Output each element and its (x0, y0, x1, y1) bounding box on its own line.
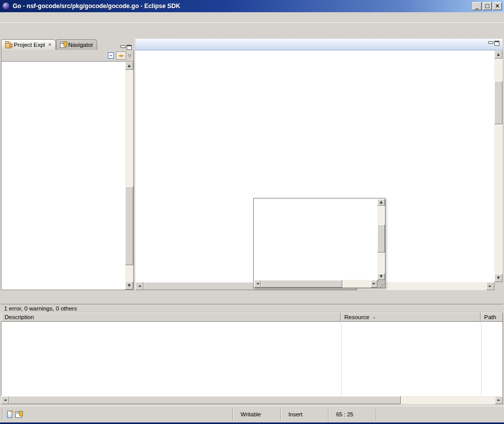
eclipse-window: Go - nsf-gocode/src/pkg/gocode/gocode.go… (0, 0, 504, 424)
column-label: Path (484, 314, 496, 320)
cursor-position: 65 : 25 (329, 411, 376, 417)
scroll-down-icon[interactable]: ▼ (377, 273, 385, 280)
bottom-tab-strip (1, 293, 503, 304)
tab-label: Project Expl (14, 42, 45, 48)
maximize-view-icon[interactable] (494, 41, 499, 46)
problems-summary: 1 error, 0 warnings, 0 others (1, 304, 503, 313)
problems-panel: 1 error, 0 warnings, 0 others Descriptio… (1, 293, 503, 405)
editor-tab-strip (135, 39, 502, 50)
scroll-left-icon[interactable]: ◄ (135, 282, 143, 290)
column-divider (481, 322, 482, 396)
fast-view-icon[interactable] (7, 411, 12, 418)
project-tree[interactable] (2, 62, 125, 290)
scroll-right-icon[interactable]: ► (486, 282, 494, 290)
editor-presentation-icon[interactable] (15, 411, 22, 418)
popup-vscrollbar[interactable]: ▲ ▼ (377, 199, 385, 280)
eclipse-logo-icon (2, 2, 10, 10)
minimize-view-icon[interactable] (488, 41, 493, 46)
tree-scrollbar[interactable]: ▲ ▼ (125, 62, 133, 290)
scroll-thumb[interactable] (125, 186, 133, 265)
column-description[interactable]: Description (1, 313, 341, 322)
menu-bar (0, 12, 504, 22)
scroll-thumb[interactable] (261, 280, 342, 288)
editor-vscrollbar[interactable]: ▲ ▼ (494, 50, 502, 282)
project-explorer-icon (5, 43, 12, 48)
window-title: Go - nsf-gocode/src/pkg/gocode/gocode.go… (13, 3, 471, 10)
column-resource[interactable]: Resource ▲ (341, 313, 481, 322)
scroll-up-icon[interactable]: ▲ (125, 62, 133, 70)
tab-label: Navigator (68, 42, 93, 48)
scroll-up-icon[interactable]: ▲ (494, 50, 502, 59)
close-button[interactable]: × (493, 2, 502, 10)
scroll-left-icon[interactable]: ◄ (254, 280, 261, 288)
status-bar: Writable Insert 65 : 25 (0, 406, 504, 422)
editor-view-controls (488, 41, 501, 46)
scroll-right-icon[interactable]: ► (495, 396, 503, 404)
column-label: Description (5, 314, 34, 320)
scroll-up-icon[interactable]: ▲ (377, 199, 385, 206)
scroll-thumb[interactable] (9, 396, 401, 404)
scroll-thumb[interactable] (377, 224, 385, 252)
maximize-view-icon[interactable] (127, 45, 132, 50)
scroll-down-icon[interactable]: ▼ (494, 274, 502, 282)
maximize-button[interactable]: □ (483, 2, 492, 10)
column-path[interactable]: Path (481, 313, 503, 322)
problems-table-body (1, 322, 503, 396)
scroll-right-icon[interactable]: ► (371, 280, 377, 288)
problems-table-header: Description Resource ▲ Path (1, 313, 503, 322)
navigator-icon (60, 42, 66, 48)
close-icon[interactable]: ✕ (48, 43, 52, 47)
sort-ascending-icon: ▲ (372, 316, 376, 319)
project-explorer-panel: Project Expl ✕ Navigator − ◄► ▽ ▲ ▼ (1, 39, 134, 290)
view-menu-icon[interactable]: ▽ (128, 53, 131, 58)
resize-grip[interactable] (377, 280, 385, 288)
view-tab-strip: Project Expl ✕ Navigator (1, 39, 134, 50)
main-toolbar (0, 22, 504, 38)
problems-hscrollbar[interactable]: ◄ ► (1, 396, 503, 404)
minimize-button[interactable]: _ (472, 2, 482, 10)
scroll-down-icon[interactable]: ▼ (125, 281, 133, 290)
popup-hscrollbar[interactable]: ◄ ► (254, 280, 377, 288)
column-divider (341, 322, 342, 396)
scroll-left-icon[interactable]: ◄ (1, 396, 9, 404)
tab-navigator[interactable]: Navigator (56, 39, 97, 50)
completion-list (254, 199, 377, 280)
column-label: Resource (344, 314, 369, 320)
writable-status: Writable (233, 411, 280, 417)
project-explorer-toolbar: − ◄► ▽ (1, 50, 134, 61)
scroll-thumb[interactable] (494, 81, 502, 124)
tab-project-explorer[interactable]: Project Expl ✕ (1, 39, 56, 50)
title-bar[interactable]: Go - nsf-gocode/src/pkg/gocode/gocode.go… (0, 0, 504, 12)
collapse-all-icon[interactable]: − (108, 52, 114, 59)
insert-mode-status: Insert (281, 411, 328, 417)
minimize-view-icon[interactable] (121, 45, 125, 50)
link-with-editor-icon[interactable]: ◄► (116, 51, 126, 60)
autocomplete-popup: ▲ ▼ ◄ ► (253, 198, 386, 288)
view-controls (121, 45, 134, 50)
project-tree-container: ▲ ▼ (1, 61, 134, 290)
